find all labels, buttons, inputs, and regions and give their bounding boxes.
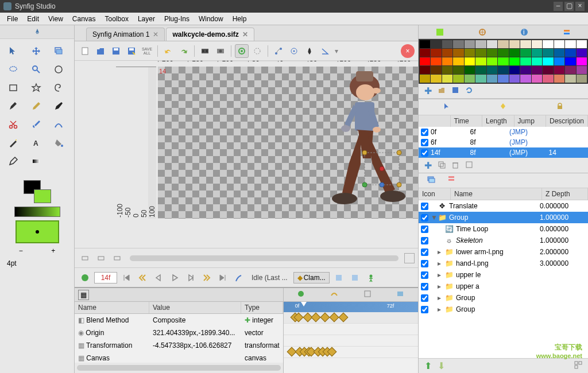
maximize-button[interactable]: ▢ <box>564 2 574 11</box>
layer-row[interactable]: ▼📁Group1.000000 <box>419 212 588 223</box>
new-button[interactable] <box>78 44 92 58</box>
palette-cell[interactable] <box>442 75 452 83</box>
layer-up[interactable]: ⬆ <box>424 360 432 371</box>
palette-cell[interactable] <box>498 49 508 57</box>
minimize-button[interactable]: – <box>554 2 563 11</box>
canvas-viewport[interactable]: -200-150-100-50050100150200 100500-50-10… <box>75 61 418 248</box>
keyframe-icon[interactable] <box>338 313 348 323</box>
character-artwork[interactable] <box>284 67 418 216</box>
palette-cell[interactable] <box>520 57 531 65</box>
palette-cell[interactable] <box>554 57 564 65</box>
tab-close-icon[interactable]: ✕ <box>153 30 158 38</box>
kf-tool-1[interactable] <box>332 271 346 285</box>
menu-canvas[interactable]: Canvas <box>68 14 100 24</box>
palette-cell[interactable] <box>453 40 463 48</box>
smooth-tool[interactable] <box>50 117 67 132</box>
menu-window[interactable]: Window <box>194 14 228 24</box>
pencil-tool[interactable] <box>28 99 45 114</box>
stroke-size[interactable]: 4pt <box>5 258 69 269</box>
pen-tool[interactable] <box>5 99 22 114</box>
pointer-tool[interactable] <box>5 44 22 59</box>
rtab-palette[interactable] <box>419 25 461 38</box>
target-button[interactable] <box>287 44 301 58</box>
palette-cell[interactable] <box>577 40 587 48</box>
prev-frame-button[interactable] <box>152 271 165 285</box>
gradient-tool[interactable] <box>28 154 45 169</box>
palette-cell[interactable] <box>565 40 575 48</box>
layer-row[interactable]: ▸📁upper le <box>419 269 588 281</box>
palette-cell[interactable] <box>520 75 531 83</box>
palette-cell[interactable] <box>431 40 441 48</box>
menu-view[interactable]: View <box>44 14 68 24</box>
picker-tool[interactable] <box>5 154 22 169</box>
btn1[interactable] <box>78 251 92 265</box>
saveall-button[interactable]: SAVE ALL <box>140 44 154 58</box>
dropdown-icon[interactable]: ▾ <box>334 47 339 55</box>
layer-row[interactable]: ▸📁lower arm-l.png2.000000 <box>419 246 588 258</box>
palette-cell[interactable] <box>453 57 463 65</box>
palette-cell[interactable] <box>520 40 531 48</box>
tl-tab-3[interactable] <box>363 290 372 300</box>
palette-cell[interactable] <box>487 40 497 48</box>
palette-cell[interactable] <box>475 57 486 65</box>
palette-cell[interactable] <box>532 66 542 74</box>
pal-add[interactable]: ✚ <box>424 86 432 96</box>
layer-row[interactable]: ☼Skeleton1.000000 <box>419 235 588 246</box>
loop-button[interactable] <box>232 271 246 285</box>
tl-tab-4[interactable] <box>396 290 404 300</box>
layer-row[interactable]: ▸📁Group <box>419 304 588 315</box>
palette-cell[interactable] <box>554 66 564 74</box>
onion-prev-button[interactable] <box>250 44 264 58</box>
btn3[interactable] <box>110 251 124 265</box>
tab[interactable]: walkcycle-demo.sifz✕ <box>166 28 254 41</box>
rtab-info[interactable]: i <box>504 25 546 38</box>
drop-button[interactable] <box>303 44 316 58</box>
ink-tool[interactable] <box>50 99 67 114</box>
palette-cell[interactable] <box>498 57 508 65</box>
layer-row[interactable]: ▸📁upper a <box>419 281 588 292</box>
palette-cell[interactable] <box>532 75 542 83</box>
kf-props[interactable] <box>465 161 473 170</box>
palette-cell[interactable] <box>475 49 486 57</box>
kf-pointer[interactable] <box>443 102 451 112</box>
next-kf-button[interactable] <box>200 271 214 285</box>
cancel-render-button[interactable]: × <box>401 44 415 58</box>
animate-toggle[interactable] <box>364 271 378 285</box>
palette-cell[interactable] <box>431 49 441 57</box>
menu-help[interactable]: Help <box>228 14 252 24</box>
layer-row[interactable]: 🔄Time Loop0.000000 <box>419 223 588 235</box>
palette-cell[interactable] <box>543 57 553 65</box>
layer-group[interactable] <box>574 361 582 371</box>
palette-cell[interactable] <box>475 66 486 74</box>
onion-button[interactable] <box>235 44 249 58</box>
rtab-meta[interactable] <box>546 25 588 38</box>
palette-cell[interactable] <box>465 75 475 83</box>
menu-plug-ins[interactable]: Plug-Ins <box>160 14 194 24</box>
record-button[interactable] <box>78 271 92 285</box>
menu-file[interactable]: File <box>2 14 22 24</box>
menu-edit[interactable]: Edit <box>22 14 44 24</box>
params-scrollbar[interactable] <box>77 365 281 371</box>
palette-cell[interactable] <box>475 75 486 83</box>
canvas[interactable]: 14 <box>158 67 418 219</box>
cut-tool[interactable] <box>5 117 22 132</box>
palette-cell[interactable] <box>487 49 497 57</box>
btn2[interactable] <box>94 251 108 265</box>
play-button[interactable] <box>168 271 181 285</box>
playhead-icon[interactable] <box>301 302 307 306</box>
next-frame-button[interactable] <box>184 271 198 285</box>
pal-load[interactable] <box>438 86 446 96</box>
frame-input[interactable] <box>94 272 117 283</box>
gradient-preview[interactable] <box>14 207 60 217</box>
palette-cell[interactable] <box>431 75 441 83</box>
param-row[interactable]: ◧ Blend MethodComposite✚ integer <box>75 314 283 327</box>
palette-cell[interactable] <box>442 49 452 57</box>
tl-tab-1[interactable] <box>297 290 305 300</box>
palette-cell[interactable] <box>420 57 430 65</box>
keyframe-row[interactable]: 6f8f(JMP) <box>419 137 588 147</box>
size-plus[interactable]: + <box>51 247 55 255</box>
layer-row[interactable]: ▸📁Group <box>419 292 588 304</box>
bucket-tool[interactable] <box>50 135 67 150</box>
open-button[interactable] <box>94 44 107 58</box>
palette-cell[interactable] <box>420 49 430 57</box>
